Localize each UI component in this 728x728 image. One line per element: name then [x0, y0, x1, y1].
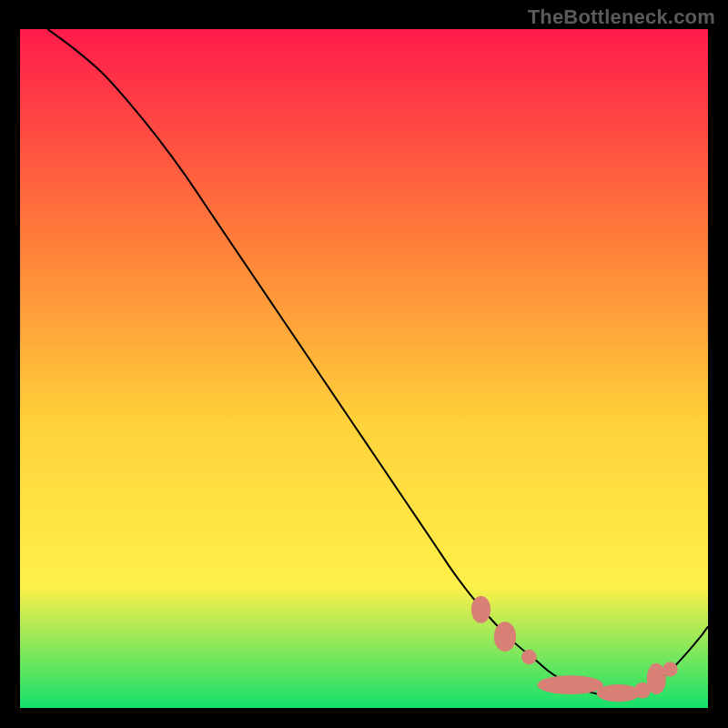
curve-marker: [494, 622, 516, 652]
plot-svg: [20, 29, 708, 708]
chart-frame: TheBottleneck.com: [0, 0, 728, 728]
curve-marker: [662, 662, 678, 676]
curve-marker: [471, 596, 490, 623]
plot-area: [20, 29, 708, 708]
curve-marker: [597, 684, 641, 702]
gradient-background: [20, 29, 708, 708]
watermark-text: TheBottleneck.com: [528, 5, 715, 29]
curve-marker: [521, 650, 537, 664]
curve-marker: [538, 675, 604, 694]
